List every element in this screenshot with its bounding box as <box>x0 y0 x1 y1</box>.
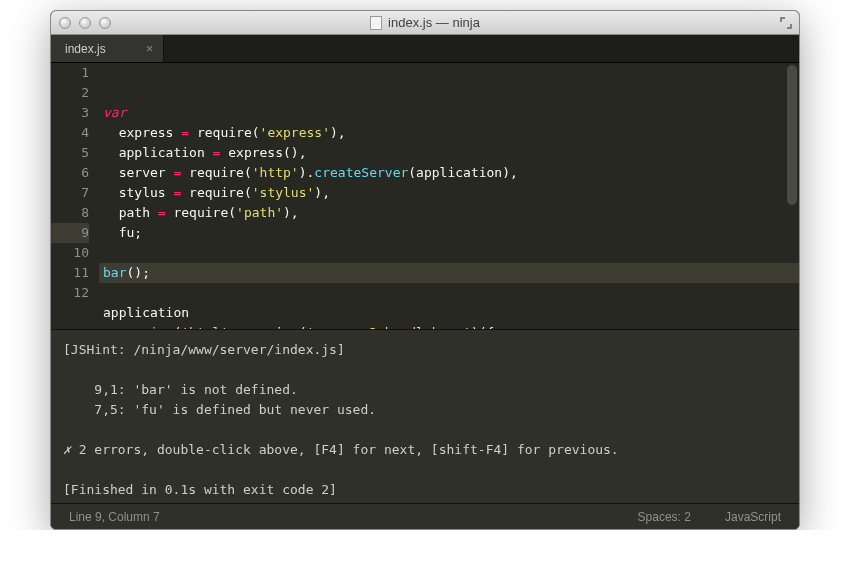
line-number: 11 <box>51 263 89 283</box>
line-number: 9 <box>51 223 89 243</box>
window-title-text: index.js — ninja <box>388 15 480 30</box>
code-line[interactable]: var <box>99 103 799 123</box>
line-number: 10 <box>51 243 89 263</box>
tab-index-js[interactable]: index.js × <box>51 35 164 62</box>
line-number: 12 <box>51 283 89 303</box>
line-number: 5 <box>51 143 89 163</box>
line-number: 1 <box>51 63 89 83</box>
cursor-position[interactable]: Line 9, Column 7 <box>69 510 160 524</box>
code-line[interactable]: fu; <box>99 223 799 243</box>
titlebar: index.js — ninja <box>51 11 799 35</box>
line-number: 6 <box>51 163 89 183</box>
code-line[interactable]: stylus = require('stylus'), <box>99 183 799 203</box>
status-bar: Line 9, Column 7 Spaces: 2 JavaScript <box>51 503 799 529</box>
code-line[interactable]: .engine('html', require('express3-handle… <box>99 323 799 329</box>
line-number <box>51 303 89 315</box>
indent-setting[interactable]: Spaces: 2 <box>638 510 691 524</box>
code-content[interactable]: var express = require('express'), applic… <box>99 63 799 329</box>
zoom-window-icon[interactable] <box>99 17 111 29</box>
close-window-icon[interactable] <box>59 17 71 29</box>
editor-area: 123456789101112 var express = require('e… <box>51 63 799 529</box>
line-number: 7 <box>51 183 89 203</box>
language-mode[interactable]: JavaScript <box>725 510 781 524</box>
code-line[interactable]: express = require('express'), <box>99 123 799 143</box>
minimize-window-icon[interactable] <box>79 17 91 29</box>
fullscreen-icon[interactable] <box>779 16 793 30</box>
tab-bar: index.js × <box>51 35 799 63</box>
traffic-lights <box>51 17 111 29</box>
close-icon[interactable]: × <box>146 41 154 56</box>
document-icon <box>370 16 382 30</box>
output-panel[interactable]: [JSHint: /ninja/www/server/index.js] 9,1… <box>51 329 799 503</box>
line-number: 8 <box>51 203 89 223</box>
line-gutter: 123456789101112 <box>51 63 99 329</box>
code-line[interactable] <box>99 243 799 263</box>
window-title: index.js — ninja <box>51 15 799 30</box>
code-line[interactable]: application = express(), <box>99 143 799 163</box>
code-line[interactable]: bar(); <box>99 263 799 283</box>
code-editor[interactable]: 123456789101112 var express = require('e… <box>51 63 799 329</box>
code-line[interactable]: server = require('http').createServer(ap… <box>99 163 799 183</box>
scrollbar[interactable] <box>787 65 797 205</box>
code-line[interactable] <box>99 283 799 303</box>
line-number: 3 <box>51 103 89 123</box>
editor-window: index.js — ninja index.js × 123456789101… <box>50 10 800 530</box>
code-line[interactable]: path = require('path'), <box>99 203 799 223</box>
code-line[interactable]: application <box>99 303 799 323</box>
line-number: 2 <box>51 83 89 103</box>
line-number: 4 <box>51 123 89 143</box>
tab-label: index.js <box>65 42 106 56</box>
